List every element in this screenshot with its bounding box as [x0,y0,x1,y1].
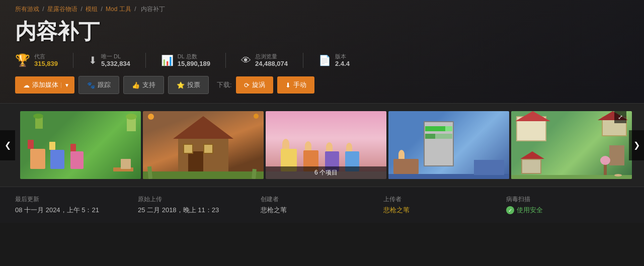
gallery-item-2[interactable] [143,111,264,179]
stat-version: 📄 版本 2.4.4 [318,53,350,68]
stat-views-label: 总浏览量 [255,53,288,60]
add-media-dropdown-icon[interactable]: ▼ [61,82,69,88]
vote-label: 投票 [187,80,200,90]
meta-virus-scan-label: 病毒扫描 [506,195,619,204]
gallery-item-3[interactable]: 6 个项目 [266,111,386,179]
stat-divider-2 [145,53,146,68]
chart-icon: 📊 [161,54,174,66]
track-button[interactable]: 🐾 跟踪 [78,76,119,94]
support-icon: 👍 [132,81,140,89]
gallery: ❮ [0,104,644,187]
stat-version-value: 2.4.4 [335,60,350,68]
gallery-nav-left[interactable]: ❮ [0,130,15,160]
vortex-label: 旋涡 [252,80,265,90]
stat-trophy-label: 代言 [34,53,58,60]
track-label: 跟踪 [98,80,111,90]
support-label: 支持 [142,80,155,90]
stat-dltotal-value: 15,890,189 [178,60,210,68]
eye-icon: 👁 [241,55,251,66]
meta-last-update-label: 最后更新 [15,195,128,204]
meta-original-upload-label: 原始上传 [138,195,251,204]
banner: 所有游戏 / 星露谷物语 / 模组 / Mod 工具 / 内容补丁 内容补丁 🏆… [0,0,644,104]
stat-dltotal-label: DL 总数 [178,53,210,60]
meta-original-upload-value: 25 二月 2018，晚上 11：23 [138,206,251,215]
stat-version-label: 版本 [335,53,350,60]
stat-trophy: 🏆 代言 315,839 [15,53,58,68]
stat-download: ⬇ 唯一 DL 5,332,834 [89,53,130,68]
meta-uploader-label: 上传者 [383,195,496,204]
gallery-nav-right[interactable]: ❯ [629,130,644,160]
breadcrumb: 所有游戏 / 星露谷物语 / 模组 / Mod 工具 / 内容补丁 [15,5,629,14]
stat-divider-3 [225,53,226,68]
manual-button[interactable]: ⬇ 手动 [277,76,314,94]
gallery-item-4[interactable] [388,111,509,179]
gallery-inner: 6 个项目 [0,111,644,179]
breadcrumb-mods[interactable]: 模组 [86,6,98,13]
stat-views: 👁 总浏览量 24,488,074 [241,53,288,68]
stat-dl-label: 唯一 DL [101,53,130,60]
meta-row: 最后更新 08 十一月 2024，上午 5：21 原始上传 25 二月 2018… [0,187,644,223]
breadcrumb-all-games[interactable]: 所有游戏 [15,6,39,13]
vote-icon: ⭐ [177,81,185,89]
vote-button[interactable]: ⭐ 投票 [168,76,209,94]
meta-creator-value: 悲枪之苇 [261,206,373,215]
add-media-icon: ☁ [23,81,30,89]
gallery-overlay: 6 个项目 [266,166,386,179]
page-title: 内容补丁 [15,18,629,46]
meta-uploader-value[interactable]: 悲枪之苇 [383,206,496,215]
download-label: 下载: [217,80,232,90]
vortex-icon: ⟳ [244,81,250,89]
doc-icon: 📄 [318,54,331,66]
meta-uploader: 上传者 悲枪之苇 [383,195,506,215]
gallery-item-1[interactable] [20,111,141,179]
breadcrumb-mod-tools[interactable]: Mod 工具 [106,6,131,13]
meta-creator-label: 创建者 [261,195,373,204]
virus-scan-text: 使用安全 [517,206,543,215]
actions-row: ☁ 添加媒体 ▼ 🐾 跟踪 👍 支持 ⭐ 投票 下载: ⟳ 旋涡 ⬇ 手动 [15,76,629,94]
gallery-item-5[interactable] [511,111,632,179]
download-icon: ⬇ [89,54,97,66]
meta-last-update-value: 08 十一月 2024，上午 5：21 [15,206,128,215]
add-media-label: 添加媒体 [32,80,58,90]
stats-row: 🏆 代言 315,839 ⬇ 唯一 DL 5,332,834 📊 DL 总数 1… [15,53,629,68]
track-icon: 🐾 [87,81,95,89]
add-media-button[interactable]: ☁ 添加媒体 ▼ [15,76,74,94]
breadcrumb-current: 内容补丁 [141,6,165,13]
stat-trophy-value: 315,839 [34,60,58,68]
meta-original-upload: 原始上传 25 二月 2018，晚上 11：23 [138,195,261,215]
meta-virus-scan-value: ✓ 使用安全 [506,206,619,215]
stat-divider-1 [73,53,73,68]
check-circle-icon: ✓ [506,206,514,214]
stat-dl-total: 📊 DL 总数 15,890,189 [161,53,210,68]
stat-divider-4 [303,53,303,68]
support-button[interactable]: 👍 支持 [123,76,164,94]
meta-virus-scan: 病毒扫描 ✓ 使用安全 [506,195,629,215]
meta-last-update: 最后更新 08 十一月 2024，上午 5：21 [15,195,138,215]
trophy-icon: 🏆 [15,53,30,67]
expand-icon[interactable]: ⤢ [614,111,626,123]
stat-dl-value: 5,332,834 [101,60,130,68]
meta-creator: 创建者 悲枪之苇 [261,195,383,215]
stat-views-value: 24,488,074 [255,60,288,68]
vortex-button[interactable]: ⟳ 旋涡 [236,76,273,94]
manual-label: 手动 [293,80,306,90]
manual-icon: ⬇ [285,81,291,89]
breadcrumb-game[interactable]: 星露谷物语 [47,6,77,13]
